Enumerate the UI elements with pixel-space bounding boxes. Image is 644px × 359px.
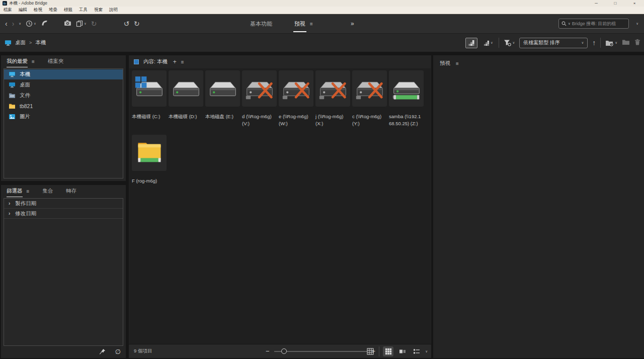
search-input[interactable]	[572, 21, 626, 26]
content-item-4[interactable]: e (\\Rog-m6g) (W:)	[279, 70, 315, 135]
close-button[interactable]: ×	[625, 0, 644, 7]
details-view-button[interactable]	[397, 346, 408, 356]
content-item-label: 本機磁碟 (D:)	[169, 113, 205, 120]
filter-groups: ›製作日期›修改日期	[4, 198, 123, 346]
menu-item-7[interactable]: 說明	[109, 7, 118, 13]
chevron-down-icon[interactable]: ∨	[615, 41, 617, 45]
menu-item-2[interactable]: 檢視	[34, 7, 42, 13]
thumbnail-view-button[interactable]	[383, 346, 393, 356]
content-item-1[interactable]: 本機磁碟 (D:)	[169, 70, 205, 135]
workspace-tab-0[interactable]: 基本功能	[250, 20, 272, 28]
menu-item-6[interactable]: 視窗	[94, 7, 103, 13]
undo-button[interactable]: ↺	[123, 20, 129, 27]
drive-disconnected-icon[interactable]	[352, 70, 387, 107]
drive-icon[interactable]	[205, 70, 240, 107]
content-item-label: c (\\Rog-m6g) (Y:)	[352, 113, 389, 128]
chevron-right-icon[interactable]: ›	[9, 211, 10, 216]
menu-item-4[interactable]: 標籤	[64, 7, 72, 13]
zoom-slider[interactable]	[274, 348, 367, 354]
filter-tab-2[interactable]: 轉存	[66, 188, 76, 195]
filter-tabstrip: 篩選器≡集合轉存	[1, 185, 126, 197]
content-item-2[interactable]: 本地磁盘 (E:)	[205, 70, 242, 135]
menubar: 檔案編輯檢視堆疊標籤工具視窗說明	[0, 7, 644, 14]
chevron-right-icon[interactable]: ›	[9, 201, 10, 206]
chevron-down-icon[interactable]: ∨	[19, 22, 21, 26]
chevron-down-icon[interactable]: ∨	[34, 22, 36, 26]
sort-dropdown[interactable]: 依檔案類型 排序 ∨	[519, 38, 588, 48]
boomerang-return-button[interactable]	[41, 19, 48, 28]
thumbnail-quality-button[interactable]	[465, 38, 477, 48]
filter-tab-0[interactable]: 篩選器≡	[7, 188, 29, 195]
content-item-5[interactable]: j (\\Rog-m6g) (X:)	[315, 70, 352, 135]
filter-group-0[interactable]: ›製作日期	[4, 199, 123, 209]
sort-ascending-button[interactable]: ↑	[592, 39, 596, 46]
panel-menu-icon[interactable]: ≡	[32, 59, 35, 64]
breadcrumb-current[interactable]: 本機	[35, 39, 46, 46]
chevron-down-icon[interactable]: ∨	[84, 22, 87, 26]
menu-item-3[interactable]: 堆疊	[49, 7, 57, 13]
content-item-7[interactable]: samba (\\192.168.50.25) (Z:)	[389, 70, 426, 135]
view-options-chevron-icon[interactable]: ∨	[425, 349, 428, 353]
workspace-tab-1[interactable]: 預視≡	[294, 20, 313, 28]
maximize-button[interactable]: □	[606, 0, 625, 7]
sync-icon[interactable]: ↻	[91, 20, 97, 27]
content-panel-menu-icon[interactable]: ≡	[181, 59, 184, 65]
menu-item-1[interactable]: 編輯	[19, 7, 27, 13]
filter-tab-1[interactable]: 集合	[42, 188, 53, 195]
recent-files-button[interactable]: ∨	[26, 20, 36, 27]
panel-menu-icon[interactable]: ≡	[27, 189, 30, 194]
favorites-item-2[interactable]: 文件	[4, 91, 123, 101]
drive-network-icon[interactable]	[389, 70, 424, 107]
duplicate-button[interactable]: ∨	[76, 20, 87, 27]
favorites-item-1[interactable]: 桌面	[4, 80, 123, 90]
drive-windows-icon[interactable]	[132, 70, 167, 107]
camera-import-button[interactable]	[64, 19, 71, 28]
favorites-tab-1[interactable]: 檔案夾	[48, 58, 64, 65]
workspace-tab-label: 預視	[294, 20, 305, 28]
search-options-chevron-icon[interactable]: ∨	[636, 22, 638, 26]
preview-panel-menu-icon[interactable]: ≡	[456, 61, 459, 66]
content-item-0[interactable]: 本機磁碟 (C:)	[132, 70, 169, 135]
menu-item-0[interactable]: 檔案	[4, 7, 12, 13]
chevron-down-icon[interactable]: ∨	[512, 41, 515, 45]
recent-folders-button[interactable]: ∨	[605, 40, 617, 46]
zoom-out-button[interactable]: −	[266, 347, 270, 355]
content-item-8[interactable]: F (rog-m6g)	[132, 135, 169, 199]
favorites-item-3[interactable]: tb821	[4, 101, 123, 111]
content-item-6[interactable]: c (\\Rog-m6g) (Y:)	[352, 70, 389, 135]
back-button[interactable]: ‹	[5, 20, 8, 27]
more-workspaces-button[interactable]: »	[351, 20, 355, 27]
search-box[interactable]: ∨	[558, 19, 629, 29]
filter-group-1[interactable]: ›修改日期	[4, 209, 123, 219]
folder-network-icon[interactable]	[132, 135, 167, 171]
add-content-pane-button[interactable]: +	[173, 58, 177, 65]
minimize-button[interactable]: ─	[587, 0, 606, 7]
chevron-down-icon[interactable]: ∨	[568, 22, 571, 26]
chevron-down-icon[interactable]: ∨	[491, 41, 493, 45]
clock-icon	[26, 20, 33, 27]
delete-button[interactable]	[634, 38, 640, 47]
filter-rating-button[interactable]: ∨	[504, 39, 515, 46]
favorites-item-0[interactable]: 本機	[4, 69, 123, 79]
content-item-3[interactable]: d (\\Rog-m6g) (V:)	[242, 70, 279, 135]
breadcrumb-root[interactable]: 桌面	[15, 39, 26, 46]
forward-button[interactable]: ›	[12, 20, 15, 27]
drive-disconnected-icon[interactable]	[242, 70, 277, 107]
preview-header-label: 預視	[440, 60, 450, 67]
content-item-label: d (\\Rog-m6g) (V:)	[242, 113, 279, 128]
pin-icon[interactable]	[99, 348, 106, 355]
new-folder-button[interactable]	[622, 38, 630, 47]
list-view-button[interactable]	[411, 346, 422, 356]
workspace-menu-icon[interactable]: ≡	[310, 21, 313, 27]
zoom-slider-knob[interactable]	[281, 348, 287, 354]
thumbnail-quality-options-button[interactable]: ∨	[482, 38, 494, 48]
drive-icon[interactable]	[169, 70, 203, 107]
drive-disconnected-icon[interactable]	[279, 70, 313, 107]
menu-item-5[interactable]: 工具	[79, 7, 88, 13]
grid-lock-view-button[interactable]	[365, 346, 375, 356]
favorites-tab-0[interactable]: 我的最愛≡	[7, 58, 35, 65]
prohibit-icon[interactable]: ∅	[115, 348, 121, 355]
favorites-item-4[interactable]: 圖片	[4, 112, 123, 122]
redo-button[interactable]: ↻	[134, 20, 140, 27]
drive-disconnected-icon[interactable]	[315, 70, 350, 107]
